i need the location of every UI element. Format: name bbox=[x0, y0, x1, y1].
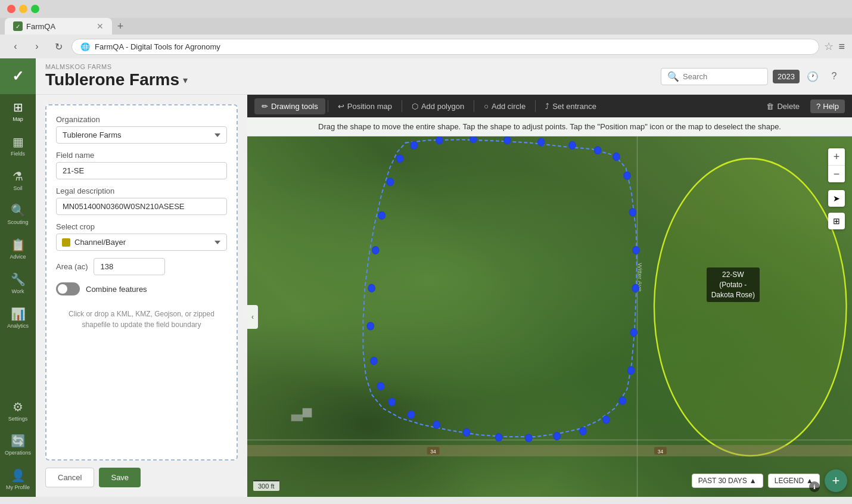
sidebar-item-operations[interactable]: 🔄 Operations bbox=[0, 428, 36, 462]
sidebar-item-advice[interactable]: 📋 Advice bbox=[0, 232, 36, 266]
layers-button[interactable]: ⊞ bbox=[828, 213, 845, 229]
sidebar: ✓ ⊞ Map ▦ Fields ⚗ Soil 🔍 Scouting 📋 Adv… bbox=[0, 58, 36, 497]
add-circle-text: Add circle bbox=[492, 102, 525, 111]
settings-icon: ⚙ bbox=[13, 400, 23, 414]
area-input[interactable] bbox=[94, 258, 165, 275]
farm-title-row: Tublerone Farms ▾ bbox=[45, 70, 188, 89]
add-feature-button[interactable]: + bbox=[825, 469, 847, 492]
save-button[interactable]: Save bbox=[99, 468, 141, 487]
refresh-button[interactable]: ↻ bbox=[50, 38, 67, 55]
past-30-days-button[interactable]: PAST 30 DAYS ▲ bbox=[692, 474, 763, 488]
zoom-out-button[interactable]: − bbox=[828, 166, 845, 182]
scouting-icon: 🔍 bbox=[11, 203, 26, 217]
sidebar-item-settings[interactable]: ⚙ Settings bbox=[0, 394, 36, 428]
area-label: Area (ac) bbox=[56, 262, 88, 271]
tab-title: FarmQA bbox=[26, 22, 55, 31]
sidebar-item-fields[interactable]: ▦ Fields bbox=[0, 129, 36, 163]
combine-features-toggle[interactable] bbox=[56, 282, 80, 295]
circle-icon: ○ bbox=[484, 102, 489, 111]
crop-label: Select crop bbox=[56, 222, 227, 231]
help-text: Help bbox=[823, 102, 839, 111]
tab-close-icon[interactable]: ✕ bbox=[97, 21, 104, 31]
form-actions: Cancel Save bbox=[45, 468, 238, 487]
fieldname-group: Field name bbox=[56, 151, 227, 179]
set-entrance-button[interactable]: ⤴ Set entrance bbox=[538, 98, 604, 114]
add-circle-button[interactable]: ○ Add circle bbox=[477, 98, 533, 114]
organization-label: Organization bbox=[56, 115, 227, 124]
header-right: 🔍 2023 🕐 ? bbox=[661, 68, 842, 85]
toolbar-separator-2 bbox=[402, 100, 402, 112]
menu-button[interactable]: ≡ bbox=[838, 41, 845, 53]
crop-select[interactable]: Channel/Bayer bbox=[56, 234, 227, 251]
tab-favicon: ✓ bbox=[13, 21, 23, 31]
sidebar-label-map: Map bbox=[13, 116, 23, 123]
organization-select[interactable]: Tublerone Farms bbox=[56, 126, 227, 144]
forward-button[interactable]: › bbox=[29, 38, 45, 55]
organization-group: Organization Tublerone Farms bbox=[56, 115, 227, 144]
title-bar bbox=[0, 0, 852, 18]
sidebar-item-analytics[interactable]: 📊 Analytics bbox=[0, 301, 36, 335]
zoom-controls: + − bbox=[828, 148, 845, 182]
help-icon-button[interactable]: ? bbox=[826, 68, 842, 85]
sidebar-label-scouting: Scouting bbox=[7, 219, 28, 226]
sidebar-item-scouting[interactable]: 🔍 Scouting bbox=[0, 197, 36, 232]
crop-select-wrapper: Channel/Bayer bbox=[56, 234, 227, 251]
map-area: ✏ Drawing tools ↩ Position map ⬡ Add pol… bbox=[247, 95, 852, 497]
sidebar-item-soil[interactable]: ⚗ Soil bbox=[0, 163, 36, 198]
clock-icon-button[interactable]: 🕐 bbox=[804, 68, 821, 85]
cancel-button[interactable]: Cancel bbox=[45, 468, 94, 487]
drawing-tools-text: Drawing tools bbox=[271, 102, 318, 111]
gps-button[interactable]: ➤ bbox=[828, 190, 845, 207]
sidebar-label-fields: Fields bbox=[11, 151, 25, 157]
traffic-light-yellow[interactable] bbox=[19, 5, 27, 13]
traffic-light-green[interactable] bbox=[31, 5, 39, 13]
bookmark-button[interactable]: ☆ bbox=[824, 40, 834, 53]
add-polygon-button[interactable]: ⬡ Add polygon bbox=[405, 98, 471, 114]
zoom-in-button[interactable]: + bbox=[828, 148, 845, 165]
position-map-text: Position map bbox=[347, 102, 392, 111]
sidebar-item-work[interactable]: 🔧 Work bbox=[0, 266, 36, 301]
new-tab-button[interactable]: + bbox=[112, 18, 129, 35]
back-button[interactable]: ‹ bbox=[7, 38, 24, 55]
map-icon: ⊞ bbox=[13, 100, 23, 114]
help-question-icon: ? bbox=[816, 102, 820, 111]
toolbar-separator-1 bbox=[328, 100, 328, 112]
logo-checkmark: ✓ bbox=[12, 68, 24, 85]
legal-description-label: Legal description bbox=[56, 186, 227, 195]
search-icon: 🔍 bbox=[667, 71, 679, 82]
header-left: MALMSKOG FARMS Tublerone Farms ▾ bbox=[45, 63, 188, 89]
map-canvas[interactable]: Witter Ave bbox=[247, 136, 852, 497]
sidebar-label-operations: Operations bbox=[5, 450, 31, 456]
farm-dropdown-icon[interactable]: ▾ bbox=[183, 74, 188, 86]
profile-icon: 👤 bbox=[11, 468, 26, 483]
address-input[interactable]: 🌐 FarmQA - Digital Tools for Agronomy bbox=[71, 39, 819, 55]
analytics-icon: 📊 bbox=[11, 307, 26, 321]
search-input[interactable] bbox=[683, 72, 761, 81]
tab-bar: ✓ FarmQA ✕ + bbox=[0, 18, 852, 35]
farm-title: Tublerone Farms bbox=[45, 70, 179, 89]
traffic-light-red[interactable] bbox=[7, 5, 15, 13]
fields-icon: ▦ bbox=[13, 135, 24, 149]
sidebar-item-map[interactable]: ⊞ Map bbox=[0, 94, 36, 129]
drawing-tools-label[interactable]: ✏ Drawing tools bbox=[254, 98, 325, 114]
sidebar-item-myprofile[interactable]: 👤 My Profile bbox=[0, 462, 36, 497]
legal-description-input[interactable] bbox=[56, 198, 227, 215]
position-map-button[interactable]: ↩ Position map bbox=[331, 98, 399, 114]
browser-tab[interactable]: ✓ FarmQA ✕ bbox=[5, 18, 112, 35]
help-button[interactable]: ? Help bbox=[810, 99, 845, 113]
advice-icon: 📋 bbox=[11, 238, 26, 252]
sidebar-logo[interactable]: ✓ bbox=[0, 58, 36, 94]
fieldname-input[interactable] bbox=[56, 162, 227, 179]
scale-indicator: 300 ft bbox=[253, 480, 279, 491]
combine-features-label: Combine features bbox=[86, 285, 147, 294]
search-box[interactable]: 🔍 bbox=[661, 68, 768, 85]
sidebar-label-settings: Settings bbox=[8, 416, 28, 422]
collapse-panel-button[interactable]: ‹ bbox=[247, 305, 258, 329]
year-badge: 2023 bbox=[773, 70, 800, 83]
entrance-icon: ⤴ bbox=[545, 102, 549, 111]
drop-zone[interactable]: Click or drop a KML, KMZ, Geojson, or zi… bbox=[56, 303, 227, 336]
delete-button[interactable]: 🗑 Delete bbox=[760, 99, 806, 113]
traffic-lights bbox=[7, 5, 39, 13]
toolbar-right: 🗑 Delete ? Help bbox=[760, 99, 845, 113]
info-button[interactable]: ℹ bbox=[809, 481, 820, 492]
